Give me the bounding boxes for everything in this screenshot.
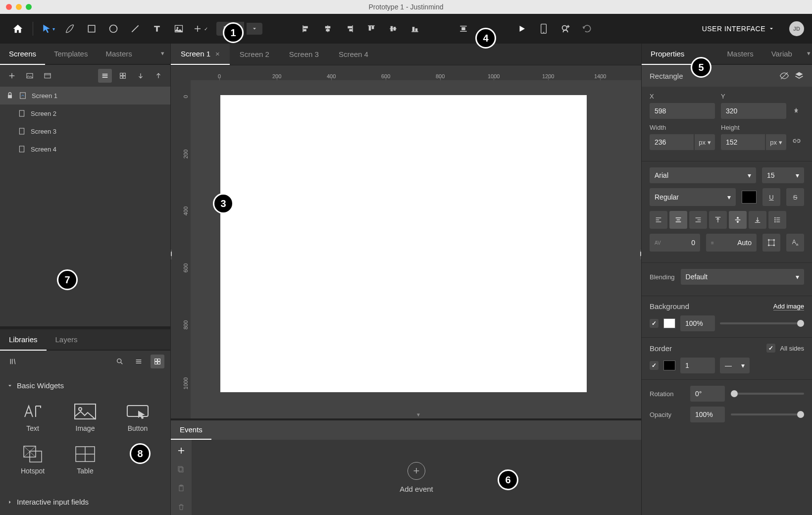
transform-icon[interactable] bbox=[762, 234, 780, 252]
layers-icon[interactable] bbox=[794, 71, 804, 81]
valign-top[interactable] bbox=[709, 211, 727, 229]
list-view-button[interactable] bbox=[98, 69, 112, 83]
home-button[interactable] bbox=[8, 19, 28, 39]
width-unit[interactable]: px ▾ bbox=[695, 134, 715, 150]
opacity-input[interactable] bbox=[690, 407, 725, 422]
screen-item[interactable]: Screen 1 bbox=[0, 87, 170, 104]
sort-down-button[interactable] bbox=[134, 69, 148, 83]
x-input[interactable] bbox=[650, 103, 715, 119]
font-family-select[interactable]: Arial▾ bbox=[650, 167, 756, 183]
play-button[interactable] bbox=[512, 19, 532, 39]
image-icon[interactable] bbox=[23, 69, 37, 83]
y-input[interactable] bbox=[721, 103, 786, 119]
doc-tab[interactable]: Screen 1× bbox=[171, 44, 230, 65]
doc-tab[interactable]: Screen 3 bbox=[279, 44, 329, 65]
add-event-circle[interactable]: + bbox=[407, 462, 425, 480]
align-center-h-button[interactable] bbox=[318, 19, 338, 39]
valign-middle[interactable] bbox=[729, 211, 747, 229]
width-input[interactable] bbox=[650, 134, 694, 150]
distribute-v-button[interactable] bbox=[454, 19, 473, 39]
add-tool[interactable]: ✓ bbox=[191, 19, 210, 39]
maximize-window-button[interactable] bbox=[26, 4, 32, 10]
tab-masters-right[interactable]: Masters bbox=[718, 44, 762, 64]
letter-spacing-input[interactable]: AV 0 bbox=[650, 234, 700, 252]
tab-libraries[interactable]: Libraries bbox=[0, 329, 47, 351]
text-transform-icon[interactable]: Aa bbox=[786, 234, 804, 252]
widget-text[interactable]: Text bbox=[9, 399, 56, 436]
align-center-v-button[interactable] bbox=[383, 19, 403, 39]
device-preview-button[interactable] bbox=[534, 19, 554, 39]
ellipse-tool[interactable] bbox=[103, 19, 123, 39]
doc-tab[interactable]: Screen 4 bbox=[329, 44, 378, 65]
height-unit[interactable]: px ▾ bbox=[766, 134, 786, 150]
text-align-right[interactable] bbox=[689, 211, 707, 229]
tab-layers[interactable]: Layers bbox=[47, 329, 87, 350]
widget-button[interactable]: Button bbox=[114, 399, 161, 436]
rotation-input[interactable] bbox=[690, 386, 725, 402]
underline-button[interactable]: U bbox=[762, 188, 780, 206]
chevron-down-icon[interactable]: ▼ bbox=[416, 412, 421, 417]
valign-bottom[interactable] bbox=[749, 211, 766, 229]
align-left-button[interactable] bbox=[296, 19, 316, 39]
tab-properties[interactable]: Properties bbox=[642, 44, 693, 65]
align-bottom-button[interactable] bbox=[405, 19, 425, 39]
right-tabs-menu[interactable]: ▾ bbox=[801, 44, 812, 64]
add-event-button[interactable] bbox=[174, 444, 188, 458]
grid-view-button[interactable] bbox=[116, 69, 130, 83]
section-basic-widgets[interactable]: Basic Widgets bbox=[7, 377, 163, 394]
library-icon[interactable] bbox=[6, 355, 20, 368]
doc-tab[interactable]: Screen 2 bbox=[230, 44, 279, 65]
add-screen-button[interactable] bbox=[5, 69, 19, 83]
image-tool[interactable] bbox=[169, 19, 189, 39]
opacity-slider[interactable] bbox=[731, 413, 804, 415]
collapse-left-handle[interactable]: ◀ bbox=[171, 250, 172, 259]
zoom-dropdown[interactable] bbox=[247, 23, 262, 35]
user-avatar[interactable]: JD bbox=[789, 21, 804, 36]
canvas[interactable]: ▼ bbox=[191, 80, 641, 418]
align-top-button[interactable] bbox=[361, 19, 381, 39]
height-input[interactable] bbox=[721, 134, 765, 150]
blending-select[interactable]: Default▾ bbox=[681, 269, 804, 285]
artboard[interactable] bbox=[220, 95, 587, 392]
tab-variables[interactable]: Variab bbox=[762, 44, 801, 64]
border-color-swatch[interactable] bbox=[663, 360, 675, 370]
widget-image[interactable]: Image bbox=[61, 399, 109, 436]
sort-up-button[interactable] bbox=[152, 69, 165, 83]
search-button[interactable] bbox=[113, 355, 127, 368]
text-align-center[interactable] bbox=[669, 211, 687, 229]
lib-grid-view[interactable] bbox=[151, 355, 164, 368]
font-weight-select[interactable]: Regular▾ bbox=[650, 188, 736, 206]
select-tool[interactable]: ▾ bbox=[38, 19, 58, 39]
pin-icon[interactable] bbox=[792, 107, 800, 115]
background-opacity-slider[interactable] bbox=[720, 322, 804, 324]
panel-divider[interactable] bbox=[0, 326, 170, 329]
tab-templates[interactable]: Templates bbox=[45, 44, 97, 64]
widget-hotspot[interactable]: Hotspot bbox=[9, 441, 56, 479]
all-sides-checkbox[interactable] bbox=[766, 344, 775, 353]
undo-button[interactable] bbox=[577, 19, 597, 39]
folder-icon[interactable] bbox=[41, 69, 54, 83]
delete-event-button[interactable] bbox=[174, 500, 188, 514]
add-image-link[interactable]: Add image bbox=[773, 303, 804, 310]
line-tool[interactable] bbox=[125, 19, 145, 39]
screen-item[interactable]: Screen 3 bbox=[0, 122, 170, 140]
link-icon[interactable] bbox=[792, 137, 801, 146]
line-height-select[interactable]: ≡ Auto bbox=[706, 234, 757, 252]
tab-screens[interactable]: Screens bbox=[0, 44, 45, 65]
events-tab[interactable]: Events bbox=[171, 420, 211, 440]
list-button[interactable] bbox=[768, 211, 786, 229]
share-button[interactable] bbox=[556, 19, 575, 39]
pen-tool[interactable] bbox=[60, 19, 80, 39]
visibility-icon[interactable] bbox=[779, 71, 789, 81]
text-tool[interactable] bbox=[147, 19, 167, 39]
minimize-window-button[interactable] bbox=[16, 4, 22, 10]
screen-item[interactable]: Screen 2 bbox=[0, 104, 170, 122]
screen-item[interactable]: Screen 4 bbox=[0, 140, 170, 158]
close-tab-icon[interactable]: × bbox=[215, 50, 220, 58]
left-tabs-menu[interactable]: ▾ bbox=[155, 44, 170, 64]
strikethrough-button[interactable]: S bbox=[786, 188, 804, 206]
tab-masters[interactable]: Masters bbox=[97, 44, 141, 64]
border-style-select[interactable]: —▾ bbox=[720, 358, 750, 373]
rectangle-tool[interactable] bbox=[82, 19, 102, 39]
text-color-swatch[interactable] bbox=[742, 191, 757, 204]
